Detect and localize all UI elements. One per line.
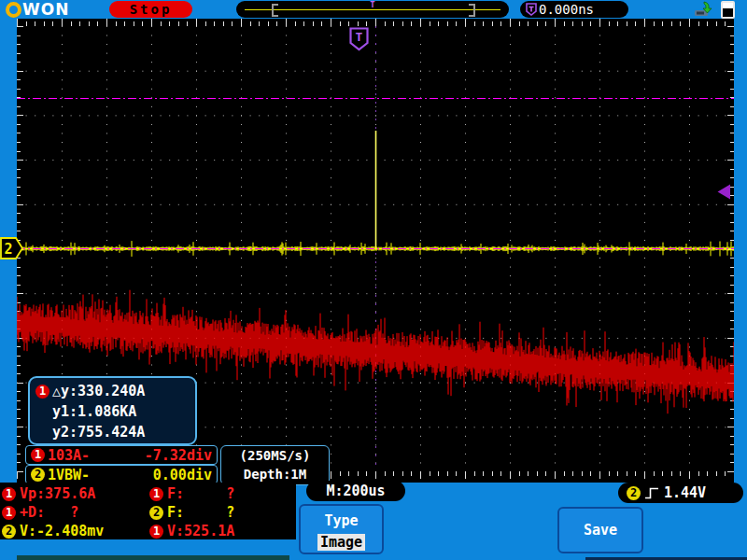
measure-value: V:525.1A <box>167 523 234 539</box>
channel2-position: 0.00div <box>153 467 212 483</box>
channel2-badge: 2 <box>31 468 45 482</box>
channel2-position-marker[interactable]: 2 <box>0 237 24 259</box>
measure-value: +D: ? <box>20 504 78 521</box>
oscilloscope-screen: WON Stop T 0.000ns T <box>0 0 747 560</box>
cursor-y1-value: y1:1.086KA <box>52 403 136 420</box>
channel-badge: 1 <box>2 487 16 501</box>
memory-window-indicator: T <box>236 1 509 18</box>
rising-edge-icon <box>645 487 659 499</box>
trigger-level-value: 1.44V <box>664 484 706 501</box>
channel2-badge: 2 <box>627 486 641 500</box>
trigger-level-arrow-icon[interactable] <box>717 184 731 200</box>
channel-badge: 2 <box>149 506 163 520</box>
acquisition-readout: (250MS/s) Depth:1M <box>220 445 330 485</box>
channel2-readout: 2 1VBW- 0.00div <box>25 465 218 484</box>
measure-f-ch2: 2 F: ? <box>149 503 234 522</box>
measurement-panel: 1 Vp:375.6A 1 +D: ? 2 V:-2.408mv 1 F: ? … <box>0 483 296 539</box>
svg-text:T: T <box>356 30 363 44</box>
usb-storage-icon <box>692 1 714 18</box>
channel-badge: 1 <box>149 487 163 501</box>
channel1-scale: 103A- <box>48 447 90 464</box>
trigger-time-readout: 0.000ns <box>520 1 628 18</box>
cursor-delta-value: △y:330.240A <box>52 383 145 399</box>
channel1-badge: 1 <box>31 448 45 462</box>
sample-rate: (250MS/s) <box>221 446 329 465</box>
type-button-value: Image <box>317 534 365 551</box>
measure-v-ch1: 1 V:525.1A <box>149 522 234 540</box>
cursor-delta-row: 1 △y:330.240A <box>35 381 190 401</box>
logo-o-icon <box>6 2 21 18</box>
measure-value: F: ? <box>167 504 234 521</box>
type-button[interactable]: Type Image <box>299 504 384 554</box>
timebase-readout: M:200us <box>306 481 405 501</box>
trigger-level-readout: 2 1.44V <box>618 483 743 503</box>
save-button[interactable]: Save <box>557 507 643 553</box>
bottom-divider-left <box>17 555 289 560</box>
run-state-button[interactable]: Stop <box>109 1 192 18</box>
svg-text:2: 2 <box>4 241 12 258</box>
memory-window-line <box>245 9 500 10</box>
measure-value: Vp:375.6A <box>20 485 95 502</box>
brand-logo: WON <box>6 0 69 19</box>
window-trigger-marker[interactable]: T <box>236 1 509 9</box>
measure-delay: 1 +D: ? <box>2 503 78 522</box>
channel-badge: 2 <box>2 525 16 539</box>
channel1-readout: 1 103A- -7.32div <box>25 445 218 465</box>
measure-value: F: ? <box>167 485 234 502</box>
channel1-position: -7.32div <box>145 447 212 464</box>
logo-text: WON <box>22 0 69 19</box>
trigger-shield-icon <box>526 3 537 16</box>
top-bar: WON Stop T 0.000ns <box>0 0 747 19</box>
measure-value: V:-2.408mv <box>20 523 104 539</box>
measure-f-ch1: 1 F: ? <box>149 484 234 503</box>
channel-badge: 1 <box>149 525 163 539</box>
type-button-label: Type <box>301 512 382 529</box>
channel1-badge: 1 <box>35 385 49 399</box>
trigger-time-value: 0.000ns <box>539 2 594 17</box>
channel-badge: 1 <box>2 506 16 520</box>
channel2-scale: 1VBW- <box>48 467 90 483</box>
cursor-y1-row: y1:1.086KA <box>35 401 190 422</box>
measure-vp: 1 Vp:375.6A <box>2 484 95 503</box>
cursor-measure-box: 1 △y:330.240A y1:1.086KA y2:755.424A <box>28 376 197 445</box>
measure-v-ch2: 2 V:-2.408mv <box>2 522 104 540</box>
trigger-position-marker[interactable]: T <box>349 27 369 51</box>
battery-icon <box>721 1 735 19</box>
cursor-y2-row: y2:755.424A <box>35 422 190 442</box>
cursor-y2-value: y2:755.424A <box>52 424 145 441</box>
